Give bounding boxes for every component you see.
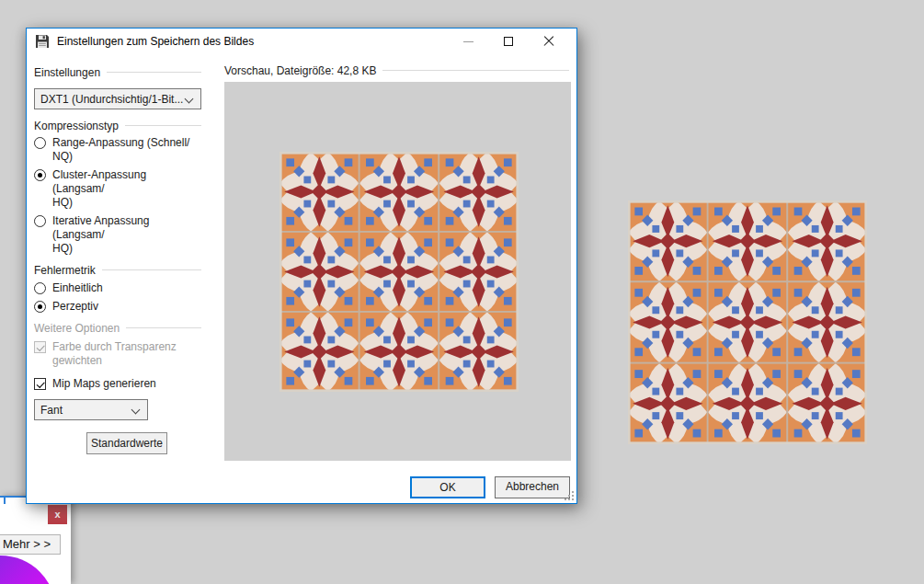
group-rule (126, 327, 201, 328)
radio-label-line1: Iterative Anpassung (Langsam/ (52, 214, 149, 241)
radio-label-line2: NQ) (52, 150, 73, 163)
popup-close-button[interactable]: x (48, 505, 67, 524)
preview-header: Vorschau, Dateigröße: 42,8 KB (224, 63, 569, 77)
dialog-title: Einstellungen zum Speichern des Bildes (57, 35, 254, 48)
radio-range-adjustment[interactable]: Range-Anpassung (Schnell/NQ) (34, 136, 201, 164)
settings-column: Einstellungen DXT1 (Undurchsichtig/1-Bit… (34, 54, 201, 454)
radio-label-line2: HQ) (52, 242, 73, 255)
chevron-down-icon (131, 406, 141, 415)
group-error-metric: Fehlermetrik (34, 263, 201, 277)
radio-label-line2: HQ) (52, 196, 73, 209)
checkbox-icon[interactable] (34, 378, 46, 390)
radio-label: Cluster-Anpassung (Langsam/HQ) (52, 168, 201, 210)
preview-tile-image (279, 152, 519, 392)
group-rule (102, 269, 201, 270)
minimize-icon (463, 41, 473, 42)
group-rule (382, 70, 569, 71)
mipmap-filter-value: Fant (40, 404, 63, 417)
format-dropdown-value: DXT1 (Undurchsichtig/1-Bit... (40, 93, 183, 106)
preview-label: Vorschau, Dateigröße: 42,8 KB (224, 64, 376, 77)
checkbox-label-line1: Farbe durch Transparenz (52, 340, 177, 353)
group-more-options: Weitere Optionen (34, 321, 201, 335)
checkbox-icon (34, 341, 46, 353)
save-settings-dialog: Einstellungen zum Speichern des Bildes E… (26, 28, 577, 504)
radio-perceptual[interactable]: Perzeptiv (34, 300, 201, 314)
minimize-button[interactable] (448, 29, 488, 54)
radio-cluster-adjustment[interactable]: Cluster-Anpassung (Langsam/HQ) (34, 168, 201, 210)
checkbox-label-line2: gewichten (52, 354, 102, 367)
save-floppy-icon (35, 34, 50, 49)
popup-gradient-circle (0, 555, 56, 584)
radio-icon[interactable] (34, 169, 46, 181)
checkbox-weight-by-transparency: Farbe durch Transparenzgewichten (34, 340, 201, 368)
radio-icon[interactable] (34, 215, 46, 227)
radio-label: Einheitlich (52, 281, 103, 295)
group-more-options-label: Weitere Optionen (34, 322, 120, 335)
checkbox-generate-mipmaps[interactable]: Mip Maps generieren (34, 377, 201, 391)
checkbox-label: Mip Maps generieren (52, 377, 156, 391)
ok-button[interactable]: OK (410, 476, 485, 498)
close-button[interactable] (529, 29, 569, 54)
maximize-icon (504, 37, 513, 46)
radio-label: Iterative Anpassung (Langsam/HQ) (52, 214, 201, 256)
group-rule (107, 72, 201, 73)
chevron-down-icon (185, 95, 194, 104)
checkbox-label: Farbe durch Transparenzgewichten (52, 340, 177, 368)
background-popup-window: x Mehr > > (0, 496, 71, 584)
group-error-metric-label: Fehlermetrik (34, 264, 96, 277)
radio-uniform[interactable]: Einheitlich (34, 281, 201, 295)
group-compression-label: Kompressionstyp (34, 120, 119, 132)
defaults-button[interactable]: Standardwerte (86, 432, 167, 454)
format-dropdown[interactable]: DXT1 (Undurchsichtig/1-Bit... (34, 88, 201, 109)
radio-label-line1: Range-Anpassung (Schnell/ (52, 136, 189, 149)
radio-label: Range-Anpassung (Schnell/NQ) (52, 136, 189, 164)
group-settings: Einstellungen (34, 65, 201, 79)
resize-grip[interactable] (563, 489, 575, 501)
close-icon (543, 36, 554, 47)
desktop-tile-image (628, 200, 867, 444)
cancel-button[interactable]: Abbrechen (495, 476, 570, 498)
dialog-titlebar[interactable]: Einstellungen zum Speichern des Bildes (27, 29, 576, 54)
radio-label-line1: Cluster-Anpassung (Langsam/ (52, 168, 146, 195)
preview-pane (224, 82, 571, 461)
radio-icon[interactable] (34, 301, 46, 313)
group-compression: Kompressionstyp (34, 119, 201, 132)
popup-more-button[interactable]: Mehr > > (0, 534, 61, 555)
group-rule (125, 125, 201, 126)
mipmap-filter-dropdown[interactable]: Fant (34, 399, 148, 420)
radio-icon[interactable] (34, 137, 46, 149)
radio-iterative-adjustment[interactable]: Iterative Anpassung (Langsam/HQ) (34, 214, 201, 256)
group-settings-label: Einstellungen (34, 66, 100, 79)
maximize-button[interactable] (488, 29, 529, 54)
radio-label: Perzeptiv (52, 300, 98, 314)
popup-border-tick (4, 498, 6, 504)
radio-icon[interactable] (34, 282, 46, 294)
